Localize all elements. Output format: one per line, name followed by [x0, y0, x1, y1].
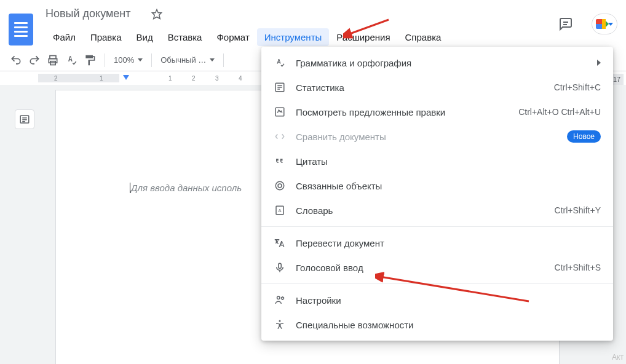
dictionary-icon: A [274, 204, 286, 216]
translate-icon [274, 237, 286, 249]
review-icon [274, 106, 286, 118]
menuitem-settings[interactable]: Настройки [261, 288, 613, 312]
redo-icon[interactable] [28, 54, 41, 66]
menuitem-accessibility[interactable]: Специальные возможности [261, 312, 613, 337]
indent-marker[interactable] [123, 75, 129, 80]
meet-button[interactable] [592, 14, 617, 34]
doc-title[interactable]: Новый документ [46, 7, 131, 20]
svg-marker-0 [153, 10, 162, 19]
menuitem-label: Перевести документ [296, 238, 601, 248]
menubar: Файл Правка Вид Вставка Формат Инструмен… [46, 28, 448, 46]
chevron-down-icon [138, 58, 143, 61]
stats-icon [274, 81, 286, 93]
outline-button[interactable] [15, 109, 34, 129]
style-value: Обычный … [160, 55, 206, 65]
undo-icon[interactable] [10, 54, 22, 66]
mic-icon [274, 261, 286, 274]
svg-text:A: A [278, 208, 281, 213]
menuitem-label: Голосовой ввод [296, 263, 555, 273]
menuitem-label: Грамматика и орфография [296, 58, 591, 68]
menuitem-compare: Сравнить документы Новое [261, 124, 613, 149]
meet-icon [596, 19, 607, 29]
shortcut: Ctrl+Alt+O Ctrl+Alt+U [518, 107, 601, 117]
ruler-tick: 2 [54, 75, 58, 82]
menuitem-spelling[interactable]: Грамматика и орфография [261, 50, 613, 75]
shortcut: Ctrl+Shift+C [554, 82, 601, 92]
menuitem-voice-typing[interactable]: Голосовой ввод Ctrl+Shift+S [261, 255, 613, 280]
ruler-tick: 3 [215, 75, 219, 82]
menuitem-wordcount[interactable]: Статистика Ctrl+Shift+C [261, 75, 613, 100]
menuitem-citations[interactable]: Цитаты [261, 149, 613, 173]
menuitem-review-suggestions[interactable]: Посмотреть предложенные правки Ctrl+Alt+… [261, 100, 613, 124]
svg-point-23 [279, 320, 281, 322]
accessibility-icon [274, 318, 286, 331]
quote-icon [274, 155, 286, 167]
watermark: Акт [612, 353, 624, 362]
submenu-arrow-icon [597, 60, 601, 66]
menu-file[interactable]: Файл [46, 28, 83, 46]
placeholder-text: Для ввода данных исполь [130, 183, 242, 193]
menuitem-label: Статистика [296, 82, 554, 93]
menuitem-label: Связанные объекты [296, 181, 601, 191]
ruler-tick: 4 [239, 75, 242, 82]
menuitem-label: Посмотреть предложенные правки [296, 107, 518, 117]
menuitem-label: Настройки [296, 295, 601, 306]
menu-view[interactable]: Вид [129, 28, 160, 46]
menu-edit[interactable]: Правка [83, 28, 129, 46]
menuitem-label: Цитаты [296, 156, 601, 167]
menu-format[interactable]: Формат [209, 28, 256, 46]
linked-icon [274, 180, 286, 192]
menu-separator [261, 283, 613, 284]
svg-point-22 [282, 297, 283, 299]
separator [105, 53, 105, 67]
chevron-down-icon [210, 58, 215, 61]
compare-icon [274, 130, 286, 143]
menu-help[interactable]: Справка [398, 28, 449, 46]
style-selector[interactable]: Обычный … [160, 55, 215, 65]
svg-rect-19 [279, 263, 282, 268]
print-icon[interactable] [47, 54, 59, 66]
ruler-tick: 1 [168, 75, 172, 82]
tools-menu: Грамматика и орфография Статистика Ctrl+… [261, 47, 613, 341]
menuitem-linked-objects[interactable]: Связанные объекты [261, 173, 613, 198]
zoom-selector[interactable]: 100% [114, 55, 143, 65]
chevron-down-icon [608, 23, 613, 26]
menuitem-label: Специальные возможности [296, 320, 601, 330]
menuitem-label: Словарь [296, 205, 555, 216]
shortcut: Ctrl+Shift+Y [555, 205, 601, 215]
separator [223, 53, 224, 67]
shortcut: Ctrl+Shift+S [555, 263, 601, 272]
svg-point-15 [275, 181, 284, 190]
comments-icon[interactable] [558, 17, 573, 31]
new-badge: Новое [567, 130, 601, 143]
settings-icon [274, 294, 286, 306]
menu-separator [261, 226, 613, 227]
docs-home-icon[interactable] [9, 14, 33, 46]
separator [151, 53, 152, 67]
menuitem-translate[interactable]: Перевести документ [261, 231, 613, 255]
svg-point-16 [278, 184, 282, 188]
spelling-icon [274, 57, 286, 69]
ruler-tick: 2 [192, 75, 196, 82]
ruler-tick: 1 [100, 75, 103, 82]
paint-format-icon[interactable] [84, 54, 96, 66]
spellcheck-icon[interactable] [65, 54, 77, 66]
menu-tools[interactable]: Инструменты [257, 28, 330, 46]
menuitem-dictionary[interactable]: A Словарь Ctrl+Shift+Y [261, 198, 613, 223]
header: Новый документ Файл Правка Вид Вставка Ф… [0, 0, 626, 44]
menu-extensions[interactable]: Расширения [329, 28, 397, 46]
menu-insert[interactable]: Вставка [160, 28, 210, 46]
menuitem-label: Сравнить документы [296, 132, 567, 142]
star-icon[interactable] [151, 9, 162, 20]
svg-point-21 [277, 296, 280, 299]
zoom-value: 100% [114, 55, 134, 65]
